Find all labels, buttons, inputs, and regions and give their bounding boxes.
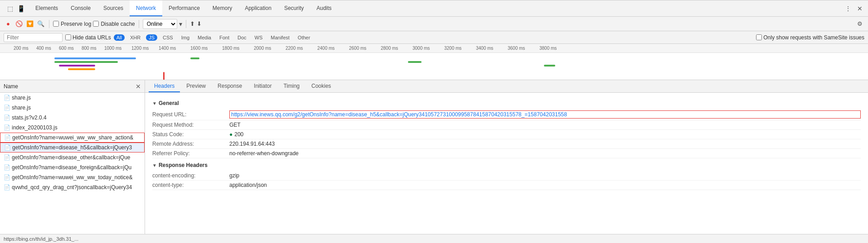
status-url: https://bing.cn/th/id_jp._3dh.31_... <box>4 236 78 242</box>
general-section-header[interactable]: ▼ General <box>152 100 861 106</box>
mobile-icon[interactable]: 📱 <box>16 4 25 13</box>
throttle-select[interactable]: Online Fast 3G Slow 3G Offline <box>143 19 177 29</box>
list-item[interactable]: 📄 getOnsInfo?name=wuwei_ww_ww_share_acti… <box>0 133 145 143</box>
ruler-mark-400: 400 ms <box>36 46 51 51</box>
filter-toggle-button[interactable]: 🔽 <box>25 19 34 29</box>
more-tools-icon[interactable]: ⋮ <box>844 4 853 13</box>
file-icon: 📄 <box>4 174 10 181</box>
preserve-log-input[interactable] <box>53 21 59 27</box>
tab-initiator[interactable]: Initiator <box>248 80 277 92</box>
response-headers-triangle-icon: ▼ <box>152 163 157 168</box>
tab-audits[interactable]: Audits <box>310 0 338 16</box>
filter-chip-media[interactable]: Media <box>195 34 214 41</box>
remote-address-row: Remote Address: 220.194.91.64:443 <box>152 139 861 149</box>
filter-input[interactable] <box>4 33 63 42</box>
file-item-name: getOnsInfo?name=disease_other&callback=j… <box>12 154 131 161</box>
request-url-value[interactable]: https://view.inews.qq.com/g2/getOnsInfo?… <box>229 110 861 119</box>
file-list-scroll[interactable]: 📄 share.js 📄 share.js 📄 stats.js?v2.0.4 … <box>0 93 145 234</box>
timeline-graph[interactable] <box>0 53 868 80</box>
filter-chip-ws[interactable]: WS <box>252 34 266 41</box>
ruler-mark-1400: 1400 ms <box>159 46 176 51</box>
tab-timing[interactable]: Timing <box>278 80 305 92</box>
detail-content: ▼ General Request URL: https://view.inew… <box>145 93 868 234</box>
tab-preview[interactable]: Preview <box>181 80 211 92</box>
hide-data-urls-checkbox[interactable]: Hide data URLs <box>65 34 111 41</box>
close-devtools-icon[interactable]: ✕ <box>855 4 864 13</box>
ruler-mark-2200: 2200 ms <box>286 46 303 51</box>
filter-chip-font[interactable]: Font <box>217 34 232 41</box>
import-har-button[interactable]: ⬆ <box>190 20 195 27</box>
tab-memory[interactable]: Memory <box>206 0 238 16</box>
file-icon: 📄 <box>4 134 10 141</box>
referrer-policy-row: Referrer Policy: no-referrer-when-downgr… <box>152 149 861 158</box>
throttle-arrow[interactable]: ▾ <box>179 20 182 28</box>
file-icon: 📄 <box>4 114 10 121</box>
tab-network[interactable]: Network <box>130 0 162 16</box>
request-method-row: Request Method: GET <box>152 120 861 130</box>
close-detail-button[interactable]: ✕ <box>136 83 141 90</box>
hide-data-urls-input[interactable] <box>65 34 71 40</box>
toolbar-separator-2 <box>139 20 139 28</box>
tab-performance[interactable]: Performance <box>162 0 206 16</box>
tab-security[interactable]: Security <box>278 0 310 16</box>
tab-cookies[interactable]: Cookies <box>306 80 336 92</box>
filter-chip-doc[interactable]: Doc <box>235 34 249 41</box>
referrer-policy-key: Referrer Policy: <box>152 150 229 157</box>
filter-chip-all[interactable]: All <box>114 34 125 41</box>
list-item[interactable]: 📄 qvwhd_qcd_qry_drag_cnt?jsoncallback=jQ… <box>0 182 145 192</box>
main-content: Name ✕ 📄 share.js 📄 share.js 📄 stats.js?… <box>0 80 868 234</box>
tab-response[interactable]: Response <box>212 80 247 92</box>
list-item[interactable]: 📄 getOnsInfo?name=disease_foreign&callba… <box>0 162 145 172</box>
tab-elements[interactable]: Elements <box>29 0 64 16</box>
file-icon: 📄 <box>4 144 10 151</box>
timeline-ruler: 200 ms 400 ms 600 ms 800 ms 1000 ms 1200… <box>0 44 868 53</box>
disable-cache-input[interactable] <box>93 21 99 27</box>
preserve-log-checkbox[interactable]: Preserve log <box>53 21 91 27</box>
list-item[interactable]: 📄 stats.js?v2.0.4 <box>0 113 145 123</box>
file-item-name: index_20200103.js <box>12 124 58 131</box>
ruler-mark-2800: 2800 ms <box>381 46 398 51</box>
request-method-key: Request Method: <box>152 122 229 128</box>
samesite-input[interactable] <box>756 34 762 40</box>
ruler-mark-1200: 1200 ms <box>131 46 149 51</box>
file-item-name: getOnsInfo?name=wuwei_ww_ww_today_notice… <box>12 174 133 181</box>
list-item[interactable]: 📄 share.js <box>0 93 145 103</box>
list-item[interactable]: 📄 getOnsInfo?name=wuwei_ww_ww_today_noti… <box>0 172 145 182</box>
request-url-row: Request URL: https://view.inews.qq.com/g… <box>152 109 861 120</box>
ruler-mark-600: 600 ms <box>59 46 74 51</box>
filter-chip-css[interactable]: CSS <box>160 34 176 41</box>
samesite-label: Only show requests with SameSite issues <box>763 34 864 41</box>
record-button[interactable]: ● <box>4 19 13 29</box>
ruler-mark-800: 800 ms <box>82 46 97 51</box>
tab-sources[interactable]: Sources <box>97 0 130 16</box>
disable-cache-checkbox[interactable]: Disable cache <box>93 21 135 27</box>
list-item[interactable]: 📄 index_20200103.js <box>0 123 145 133</box>
response-headers-section-header[interactable]: ▼ Response Headers <box>152 162 861 168</box>
filter-chip-img[interactable]: Img <box>179 34 192 41</box>
export-har-button[interactable]: ⬇ <box>197 20 202 27</box>
tab-headers[interactable]: Headers <box>149 80 180 92</box>
timeline-area[interactable]: 200 ms 400 ms 600 ms 800 ms 1000 ms 1200… <box>0 44 868 80</box>
filter-chip-js[interactable]: JS <box>146 34 157 41</box>
file-item-name: getOnsInfo?name=disease_foreign&callback… <box>12 164 131 171</box>
cursor-icon[interactable]: ⬚ <box>5 4 15 13</box>
search-button[interactable]: 🔍 <box>36 19 45 29</box>
ruler-mark-200: 200 ms <box>14 46 29 51</box>
request-method-value: GET <box>229 122 861 128</box>
list-item-selected[interactable]: 📄 getOnsInfo?name=disease_h5&callback=jQ… <box>0 143 145 152</box>
settings-button[interactable]: ⚙ <box>855 19 864 29</box>
filter-chip-xhr[interactable]: XHR <box>127 34 143 41</box>
samesite-checkbox[interactable]: Only show requests with SameSite issues <box>756 34 864 41</box>
ruler-mark-3600: 3600 ms <box>508 46 525 51</box>
file-list-panel: Name ✕ 📄 share.js 📄 share.js 📄 stats.js?… <box>0 80 145 234</box>
tab-application[interactable]: Application <box>238 0 278 16</box>
clear-button[interactable]: 🚫 <box>15 19 24 29</box>
detail-panel: Headers Preview Response Initiator Timin… <box>145 80 868 234</box>
filter-chip-other[interactable]: Other <box>295 34 313 41</box>
ruler-mark-3000: 3000 ms <box>412 46 430 51</box>
list-item[interactable]: 📄 share.js <box>0 103 145 113</box>
filter-chip-manifest[interactable]: Manifest <box>268 34 292 41</box>
content-encoding-key: content-encoding: <box>152 172 229 179</box>
list-item[interactable]: 📄 getOnsInfo?name=disease_other&callback… <box>0 152 145 162</box>
tab-console[interactable]: Console <box>64 0 97 16</box>
